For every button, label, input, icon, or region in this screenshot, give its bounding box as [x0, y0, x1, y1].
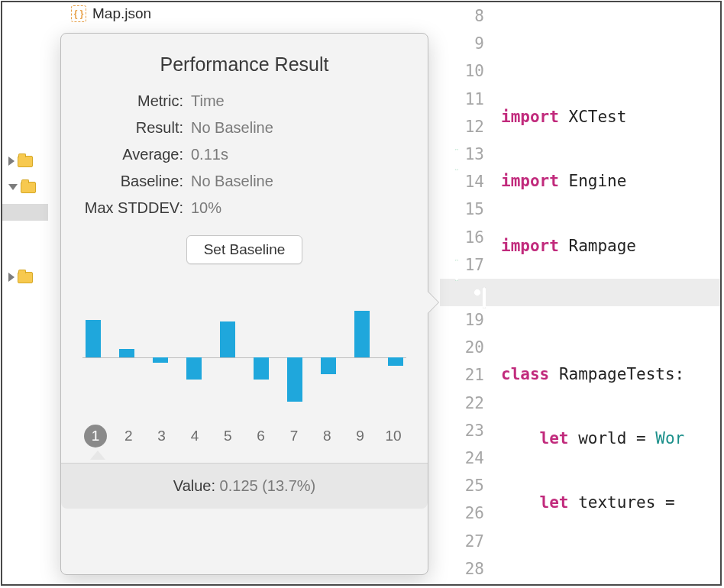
chart-bar	[220, 298, 235, 420]
chart-bar	[86, 298, 101, 420]
line-number: 24	[440, 444, 495, 472]
folder-icon	[21, 182, 36, 193]
file-name-label: Map.json	[92, 5, 151, 22]
line-number: 17	[440, 251, 495, 279]
metric-value: Time	[191, 92, 412, 110]
folder-icon	[18, 272, 33, 283]
test-status-minus-icon[interactable]	[441, 146, 458, 163]
set-baseline-button[interactable]: Set Baseline	[186, 235, 303, 264]
iteration-selector-item[interactable]: 8	[315, 425, 338, 447]
iteration-selector-item[interactable]: 9	[349, 425, 372, 447]
chart-bar	[153, 298, 168, 420]
iteration-selector-item[interactable]: 5	[216, 425, 239, 447]
line-number: 8	[440, 2, 495, 30]
stddev-value: 10%	[191, 199, 412, 217]
code-editor[interactable]: 8 9 10 11 12 13 14 15 16 17 18 19 20 21 …	[440, 2, 720, 584]
code-line[interactable]: import XCTest	[501, 103, 720, 131]
iteration-selector-item[interactable]: 7	[283, 425, 305, 447]
average-value: 0.11s	[191, 146, 412, 163]
nav-item-folder-1[interactable]	[2, 152, 33, 170]
line-number: 19	[440, 306, 495, 334]
iteration-selector: 12345678910	[61, 425, 428, 447]
code-line[interactable]: class RampageTests:	[501, 360, 720, 388]
code-line[interactable]: let world = Wor	[501, 425, 720, 452]
line-number: 11	[440, 86, 495, 113]
line-number: 10	[440, 57, 495, 85]
iteration-selector-item[interactable]: 3	[150, 425, 173, 447]
file-header[interactable]: { } Map.json	[71, 5, 151, 22]
line-number: 14	[440, 168, 495, 195]
chart-bar	[321, 298, 336, 420]
line-number: 21	[440, 361, 495, 389]
line-number: 22	[440, 389, 495, 417]
iteration-selector-item[interactable]: 4	[183, 425, 206, 447]
code-line[interactable]: let textures =	[501, 489, 720, 516]
line-number: 20	[440, 334, 495, 361]
chart-bar	[287, 298, 302, 420]
result-value: No Baseline	[191, 119, 412, 137]
deviation-chart	[82, 298, 406, 420]
baseline-label: Baseline:	[61, 173, 191, 190]
popover-arrow-icon	[428, 292, 438, 313]
line-number: 28	[440, 555, 495, 583]
folder-icon	[18, 156, 33, 167]
line-gutter: 8 9 10 11 12 13 14 15 16 17 18 19 20 21 …	[440, 2, 495, 584]
footer-value: 0.125 (13.7%)	[220, 477, 316, 494]
line-number: 25	[440, 472, 495, 499]
line-number: 16	[440, 224, 495, 251]
code-line[interactable]	[501, 39, 720, 66]
navigator-column	[2, 2, 48, 584]
iteration-selector-item[interactable]: 6	[250, 425, 273, 447]
code-line[interactable]	[501, 554, 720, 581]
line-number: 9	[440, 30, 495, 57]
line-number: 13	[440, 141, 495, 168]
popover-title: Performance Result	[61, 34, 428, 76]
performance-indicator-icon[interactable]	[469, 284, 486, 301]
metric-label: Metric:	[61, 92, 191, 110]
nav-item-folder-3[interactable]	[2, 268, 33, 286]
test-success-icon[interactable]	[441, 257, 458, 273]
line-number: 18	[440, 279, 495, 306]
popover-metrics-grid: Metric: Time Result: No Baseline Average…	[61, 76, 428, 217]
chart-bar	[254, 298, 269, 420]
line-number: 26	[440, 499, 495, 527]
popover-footer: Value: 0.125 (13.7%)	[61, 463, 428, 509]
disclosure-right-icon[interactable]	[8, 157, 15, 166]
chart-bar	[388, 298, 403, 420]
line-number: 27	[440, 528, 495, 555]
chart-bar	[186, 298, 202, 420]
average-label: Average:	[61, 146, 191, 163]
line-number: 12	[440, 113, 495, 141]
iteration-selector-item[interactable]: 1	[84, 425, 107, 447]
code-lines[interactable]: import XCTest import Engine import Rampa…	[501, 2, 720, 584]
code-line[interactable]: import Engine	[501, 167, 720, 195]
footer-value-label: Value:	[173, 477, 215, 494]
chart-bar	[119, 298, 134, 420]
navigator-selection-highlight	[2, 204, 48, 221]
code-line[interactable]: import Rampage	[501, 232, 720, 260]
chart-bar	[354, 298, 370, 420]
stddev-label: Max STDDEV:	[61, 199, 191, 217]
iteration-selector-item[interactable]: 2	[117, 425, 140, 447]
performance-result-popover: Performance Result Metric: Time Result: …	[60, 33, 428, 575]
app-frame: { } Map.json 8 9 10 11 12 13 14 15 16 17…	[1, 1, 722, 586]
json-file-icon: { }	[71, 5, 86, 22]
nav-item-folder-2[interactable]	[2, 178, 36, 196]
line-number: 15	[440, 195, 495, 223]
result-label: Result:	[61, 119, 191, 137]
chart-bars	[82, 298, 406, 420]
code-line[interactable]	[501, 296, 720, 324]
line-number: 23	[440, 417, 495, 444]
iteration-selector-item[interactable]: 10	[382, 425, 405, 447]
baseline-value: No Baseline	[191, 173, 412, 190]
disclosure-down-icon[interactable]	[8, 184, 18, 190]
selector-pointer-icon	[61, 451, 428, 461]
disclosure-right-icon[interactable]	[8, 273, 15, 282]
